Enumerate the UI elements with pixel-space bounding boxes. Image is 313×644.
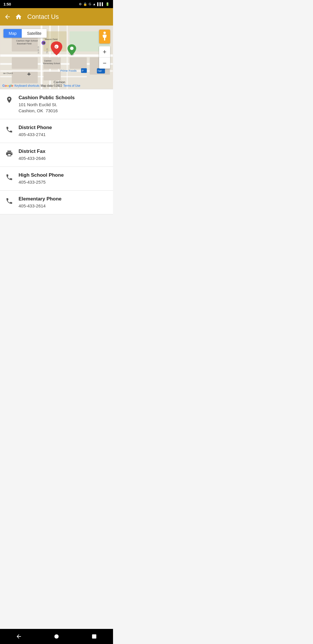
svg-rect-11 xyxy=(12,57,38,69)
status-icons: ⚙ 🔒 G ▲ ▌▌▌ 🔋 xyxy=(79,2,110,6)
phone-icon-district xyxy=(5,125,14,134)
map-container[interactable]: Cashion High School Baseball Field Maxon… xyxy=(0,26,113,89)
svg-rect-8 xyxy=(67,26,68,89)
map-attribution: Google Keyboard shortcuts Map data ©2022… xyxy=(0,84,113,87)
svg-text:Prime Foods: Prime Foods xyxy=(60,69,77,72)
google-icon: G xyxy=(89,2,91,6)
district-fax-info: District Fax 405-433-2646 xyxy=(19,148,108,161)
hs-phone-label: High School Phone xyxy=(19,172,108,178)
signal-icon: ▌▌▌ xyxy=(97,2,104,6)
map-zoom-controls[interactable]: + − xyxy=(99,46,110,68)
svg-text:Cashion: Cashion xyxy=(54,80,65,84)
page-title: Contact Us xyxy=(27,13,59,21)
hs-phone-item[interactable]: High School Phone 405-433-2575 xyxy=(0,167,113,191)
phone-icon-hs xyxy=(5,173,14,182)
svg-text:🎓: 🎓 xyxy=(43,41,46,44)
keyboard-shortcuts[interactable]: Keyboard shortcuts xyxy=(14,84,39,87)
svg-text:P: P xyxy=(82,69,84,72)
zoom-out-button[interactable]: − xyxy=(99,57,110,68)
svg-text:Maxon Field: Maxon Field xyxy=(45,38,57,41)
terms-link[interactable]: Terms of Use xyxy=(63,84,80,87)
address-item[interactable]: Cashion Public Schools 101 North Euclid … xyxy=(0,89,113,119)
battery-icon: 🔋 xyxy=(105,2,110,6)
svg-text:7th St: 7th St xyxy=(46,48,48,53)
elem-phone-item[interactable]: Elementary Phone 405-433-2614 xyxy=(0,191,113,214)
svg-rect-35 xyxy=(27,74,30,75)
elem-phone-value: 405-433-2614 xyxy=(19,203,108,209)
address-value: 101 North Euclid St.Cashion, OK 73016 xyxy=(19,102,108,114)
district-phone-label: District Phone xyxy=(19,124,108,131)
district-phone-item[interactable]: District Phone 405-433-2741 xyxy=(0,119,113,143)
status-bar: 1:50 ⚙ 🔒 G ▲ ▌▌▌ 🔋 xyxy=(0,0,113,8)
svg-text:Cashion: Cashion xyxy=(44,60,52,62)
district-phone-value: 405-433-2741 xyxy=(19,131,108,138)
elem-phone-info: Elementary Phone 405-433-2614 xyxy=(19,196,108,209)
svg-text:Baseball Field: Baseball Field xyxy=(17,42,32,45)
elem-phone-label: Elementary Phone xyxy=(19,196,108,202)
contact-list: Cashion Public Schools 101 North Euclid … xyxy=(0,89,113,214)
map-toggle[interactable]: Map Satellite xyxy=(3,29,47,38)
phone-icon-elem xyxy=(5,196,14,206)
svg-text:ian Church: ian Church xyxy=(3,72,13,74)
district-phone-info: District Phone 405-433-2741 xyxy=(19,124,108,138)
svg-point-42 xyxy=(103,32,106,34)
hs-phone-value: 405-433-2575 xyxy=(19,179,108,185)
svg-text:Cashion High School: Cashion High School xyxy=(16,39,38,42)
district-fax-item[interactable]: District Fax 405-433-2646 xyxy=(0,143,113,167)
address-label: Cashion Public Schools xyxy=(19,95,108,101)
district-fax-value: 405-433-2646 xyxy=(19,155,108,161)
wifi-icon: ▲ xyxy=(93,2,96,6)
zoom-in-button[interactable]: + xyxy=(99,46,110,57)
svg-point-30 xyxy=(70,47,74,50)
svg-text:Elementary School: Elementary School xyxy=(43,62,60,65)
district-fax-label: District Fax xyxy=(19,148,108,155)
settings-icon: ⚙ xyxy=(79,2,82,6)
svg-text:74F: 74F xyxy=(97,70,102,73)
back-button[interactable] xyxy=(4,13,11,20)
map-button[interactable]: Map xyxy=(3,29,22,38)
svg-text:1: 1 xyxy=(55,46,57,48)
status-time: 1:50 xyxy=(3,2,11,6)
svg-text:N 6th St: N 6th St xyxy=(37,46,39,53)
bottom-spacer xyxy=(0,214,113,238)
svg-rect-16 xyxy=(70,57,87,69)
address-info: Cashion Public Schools 101 North Euclid … xyxy=(19,95,108,114)
satellite-button[interactable]: Satellite xyxy=(22,29,47,38)
app-bar: Contact Us xyxy=(0,8,113,26)
svg-rect-14 xyxy=(43,72,61,80)
google-logo: Google xyxy=(2,84,13,87)
streetview-button[interactable] xyxy=(99,30,110,44)
svg-rect-12 xyxy=(12,72,38,83)
location-icon xyxy=(5,95,14,104)
fax-icon xyxy=(5,149,14,158)
lock-icon: 🔒 xyxy=(83,2,87,6)
home-button[interactable] xyxy=(15,13,22,20)
map-data: Map data ©2022 xyxy=(41,84,62,87)
hs-phone-info: High School Phone 405-433-2575 xyxy=(19,172,108,185)
